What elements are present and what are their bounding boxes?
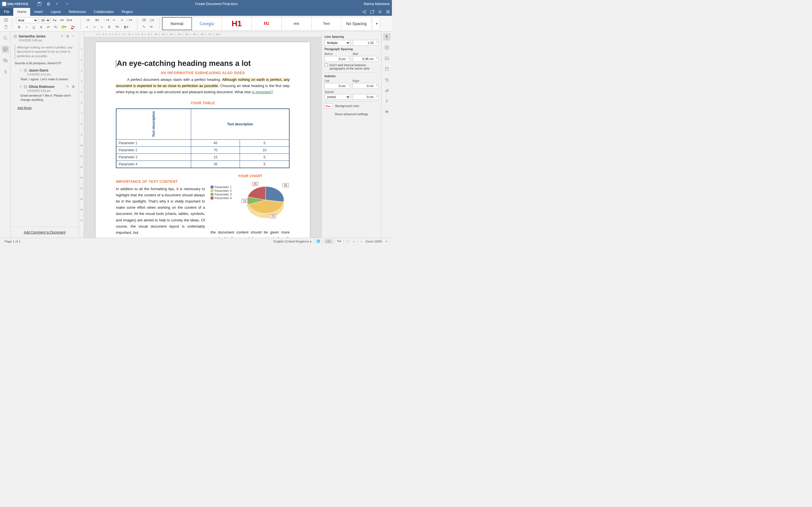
header-footer-icon[interactable] xyxy=(383,65,391,73)
delete-comment-icon[interactable]: 🗑 xyxy=(66,34,70,38)
style-item-normal[interactable]: Normal xyxy=(162,17,192,30)
document-link[interactable]: is important? xyxy=(252,90,273,94)
italic-button[interactable]: I xyxy=(23,24,30,30)
table-section-title[interactable]: YOUR TABLE xyxy=(116,101,290,105)
mail-merge-icon[interactable]: ✉ xyxy=(148,24,154,30)
grow-font-icon[interactable]: A▴ xyxy=(52,17,58,23)
style-format-button[interactable]: ◫▾ xyxy=(148,17,156,23)
document-subheading[interactable]: AN INFORMATIVE SUBHEADING ALSO DOES xyxy=(116,71,290,75)
fit-width-icon[interactable]: ↔ xyxy=(351,240,357,243)
document-heading[interactable]: An eye-catching heading means a lot xyxy=(116,59,290,68)
align-center-button[interactable]: ≡ xyxy=(91,24,98,30)
indent-right-input[interactable] xyxy=(353,83,378,89)
line-spacing-type-select[interactable]: Multiple xyxy=(324,40,350,46)
special-indent-select[interactable]: (none) xyxy=(324,94,350,100)
mailmerge-settings-icon[interactable]: ✉ xyxy=(383,108,391,115)
search-icon[interactable] xyxy=(2,34,9,42)
language-selector[interactable]: English (United Kingdom) ▴ xyxy=(272,239,313,243)
underline-button[interactable]: U xyxy=(31,24,37,30)
table-row[interactable]: Parameter 27010 xyxy=(116,147,289,154)
spacing-before-input[interactable] xyxy=(324,56,350,62)
chat-icon[interactable] xyxy=(2,57,9,64)
bullets-button[interactable]: ≡▾ xyxy=(84,17,92,23)
image-settings-icon[interactable] xyxy=(383,55,391,62)
importance-title[interactable]: IMPORTANCE OF TEXT CONTENT xyxy=(116,179,205,184)
document-table[interactable]: Text description Text description Parame… xyxy=(116,108,290,168)
tab-collaboration[interactable]: Collaboration xyxy=(90,8,118,16)
font-size-select[interactable]: 20 xyxy=(39,17,50,23)
undo-icon[interactable] xyxy=(55,1,60,6)
add-reply-link[interactable]: Add Reply xyxy=(17,106,32,110)
style-item-text[interactable]: Text xyxy=(312,17,342,30)
tab-plugins[interactable]: Plugins xyxy=(118,8,137,16)
menu-icon[interactable] xyxy=(384,8,392,16)
pie-chart[interactable]: Parameter 1Parameter 2Parameter 3Paramet… xyxy=(211,179,290,227)
paste-icon[interactable] xyxy=(3,24,9,30)
style-item-h1[interactable]: H1 xyxy=(222,17,252,30)
tab-home[interactable]: Home xyxy=(13,8,30,16)
shading-button[interactable]: ◧▾ xyxy=(122,24,130,30)
align-left-button[interactable]: ≡ xyxy=(84,24,90,30)
chart-title[interactable]: YOUR CHART xyxy=(211,174,290,178)
document-area[interactable]: · 1 · | · 2 · | · 3 · | · 4 · | · 5 · | … xyxy=(84,32,321,238)
tab-layout[interactable]: Layout xyxy=(47,8,64,16)
tab-insert[interactable]: Insert xyxy=(30,8,47,16)
strikethrough-button[interactable]: S xyxy=(38,24,44,30)
edit-comment-icon[interactable]: ✎ xyxy=(61,34,64,38)
change-case-icon[interactable]: Aa▾ xyxy=(66,17,72,23)
copy-style-icon[interactable]: ✎ xyxy=(141,24,147,30)
tab-file[interactable]: File xyxy=(0,8,13,16)
table-row[interactable]: Parameter 4355 xyxy=(116,161,289,168)
tab-references[interactable]: References xyxy=(64,8,90,16)
clear-formatting-icon[interactable]: ⌫ xyxy=(141,17,147,23)
comments-icon[interactable] xyxy=(2,46,9,53)
delete-reply-icon[interactable]: 🗑 xyxy=(72,85,76,89)
textart-settings-icon[interactable]: T xyxy=(383,98,391,105)
decrease-indent-button[interactable]: ⇤ xyxy=(111,17,117,23)
spellcheck-icon[interactable]: ABC xyxy=(323,240,334,243)
highlight-color-button[interactable]: ab▾ xyxy=(60,24,68,30)
font-name-select[interactable]: Arial xyxy=(16,17,38,23)
shrink-font-icon[interactable]: A▾ xyxy=(59,17,65,23)
fit-page-icon[interactable]: ⛶ xyxy=(344,240,351,243)
document-page[interactable]: An eye-catching heading means a lot AN I… xyxy=(96,42,310,238)
style-item-no-spacing[interactable]: No Spacing xyxy=(342,17,371,30)
paragraph-settings-icon[interactable]: ¶ xyxy=(383,33,391,41)
document-paragraph-1[interactable]: A perfect document always starts with a … xyxy=(116,76,290,95)
open-location-icon[interactable] xyxy=(368,8,376,16)
superscript-button[interactable]: A² xyxy=(45,24,52,30)
style-gallery-dropdown[interactable]: ▾ xyxy=(373,17,380,31)
username[interactable]: Marina Matveeva xyxy=(364,2,390,6)
table-row-header[interactable]: Text description xyxy=(116,109,191,139)
table-row[interactable]: Parameter 1455 xyxy=(116,140,289,147)
show-advanced-settings-link[interactable]: Show advanced settings xyxy=(324,112,378,116)
edit-reply-icon[interactable]: ✎ xyxy=(66,85,70,89)
set-language-icon[interactable]: 🌐 xyxy=(315,239,322,243)
style-item-text[interactable]: text xyxy=(282,17,312,30)
no-interval-checkbox[interactable]: Don't add interval between paragraphs of… xyxy=(324,63,378,70)
background-color-swatch[interactable] xyxy=(324,103,333,108)
style-item-h2[interactable]: H2 xyxy=(252,17,282,30)
spacing-after-input[interactable] xyxy=(353,56,378,62)
redo-icon[interactable] xyxy=(64,1,69,6)
align-right-button[interactable]: ≡ xyxy=(99,24,105,30)
indent-left-input[interactable] xyxy=(324,83,350,89)
table-col-header[interactable]: Text description xyxy=(191,109,289,139)
line-spacing-button[interactable]: ↕≡▾ xyxy=(126,17,134,23)
increase-indent-button[interactable]: ⇥ xyxy=(118,17,124,23)
multilevel-list-button[interactable]: ⋮≡▾ xyxy=(102,17,110,23)
zoom-in-button[interactable]: + xyxy=(384,240,389,243)
table-settings-icon[interactable] xyxy=(383,44,391,51)
track-changes-icon[interactable]: ✎▾ xyxy=(335,239,343,243)
resolve-comment-icon[interactable]: ✓ xyxy=(72,34,76,38)
special-indent-input[interactable] xyxy=(353,94,378,100)
shape-settings-icon[interactable] xyxy=(383,76,391,83)
chart-settings-icon[interactable] xyxy=(383,87,391,94)
style-item-georgia[interactable]: Georgia xyxy=(192,17,222,30)
navigation-icon[interactable] xyxy=(2,68,9,75)
align-justify-button[interactable]: ≣ xyxy=(106,24,112,30)
table-row[interactable]: Parameter 3155 xyxy=(116,154,289,161)
copy-icon[interactable] xyxy=(3,17,9,23)
zoom-out-button[interactable]: − xyxy=(359,240,364,243)
save-icon[interactable] xyxy=(37,1,42,6)
